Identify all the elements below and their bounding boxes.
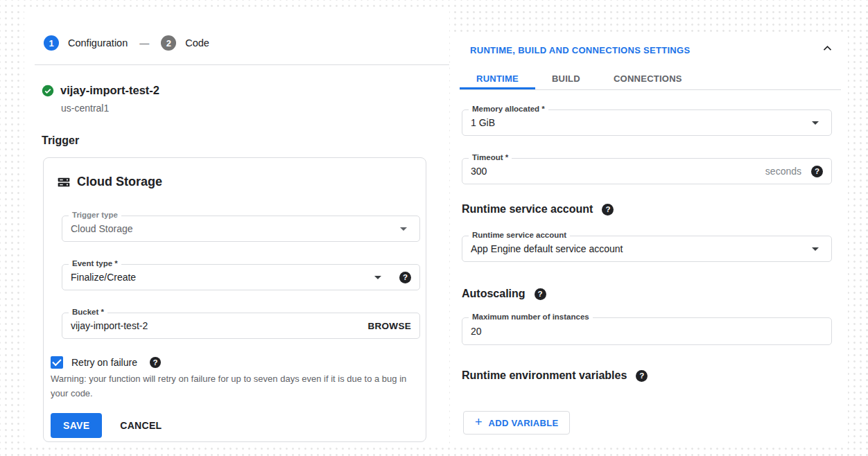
runtime-service-account-select[interactable]: Runtime service account App Engine defau… <box>462 236 832 262</box>
retry-on-failure-row: Retry on failure ? <box>51 356 161 369</box>
retry-checkbox[interactable] <box>51 356 63 369</box>
env-vars-heading: Runtime environment variables <box>462 369 627 382</box>
trigger-heading: Trigger <box>42 134 79 147</box>
arrow-drop-down-icon[interactable] <box>374 276 381 279</box>
settings-section-header[interactable]: RUNTIME, BUILD AND CONNECTIONS SETTINGS <box>470 45 690 55</box>
stepper-divider <box>35 64 449 65</box>
function-name-row: vijay-import-test-2 <box>42 84 159 97</box>
function-name: vijay-import-test-2 <box>60 84 159 97</box>
max-instances-value[interactable]: 20 <box>471 326 823 337</box>
function-region: us-central1 <box>61 103 109 114</box>
runtime-service-account-label: Runtime service account <box>469 231 570 239</box>
runtime-service-account-value: App Engine default service account <box>471 243 808 254</box>
step-2-label[interactable]: Code <box>185 37 209 49</box>
env-vars-heading-row: Runtime environment variables ? <box>462 369 648 382</box>
help-icon[interactable]: ? <box>150 357 161 368</box>
runtime-service-account-heading-row: Runtime service account ? <box>462 203 614 216</box>
timeout-label: Timeout * <box>469 153 512 161</box>
trigger-type-label: Trigger type <box>69 211 121 219</box>
timeout-field[interactable]: Timeout * 300 seconds ? <box>462 158 832 184</box>
settings-tabbar: RUNTIME BUILD CONNECTIONS <box>460 70 841 90</box>
trigger-actions: SAVE CANCEL <box>51 413 162 438</box>
help-icon[interactable]: ? <box>636 370 648 382</box>
max-instances-field[interactable]: Maximum number of instances 20 <box>462 317 832 345</box>
event-type-select[interactable]: Event type * Finalize/Create ? <box>62 264 420 290</box>
trigger-card: Cloud Storage Trigger type Cloud Storage… <box>43 157 426 442</box>
plus-icon: + <box>475 416 483 428</box>
max-instances-label: Maximum number of instances <box>469 313 593 321</box>
trigger-card-title: Cloud Storage <box>57 175 162 189</box>
step-separator: — <box>139 37 149 49</box>
bucket-field[interactable]: Bucket * vijay-import-test-2 BROWSE <box>62 313 420 339</box>
timeout-value[interactable]: 300 <box>471 166 765 177</box>
retry-warning-text: Warning: your function will retry on fai… <box>51 372 417 401</box>
add-variable-button[interactable]: + ADD VARIABLE <box>463 411 570 435</box>
cloud-storage-icon <box>57 175 71 189</box>
check-circle-icon <box>42 85 54 97</box>
help-icon[interactable]: ? <box>811 166 823 177</box>
browse-button[interactable]: BROWSE <box>367 321 411 331</box>
timeout-unit-suffix: seconds <box>765 166 801 177</box>
event-type-value: Finalize/Create <box>71 272 370 283</box>
tab-build[interactable]: BUILD <box>535 70 597 89</box>
trigger-type-value: Cloud Storage <box>71 223 396 234</box>
help-icon[interactable]: ? <box>602 204 614 216</box>
autoscaling-heading: Autoscaling <box>462 288 526 300</box>
help-icon[interactable]: ? <box>535 288 546 300</box>
chevron-up-icon[interactable] <box>822 44 833 52</box>
stepper: 1 Configuration — 2 Code <box>44 35 209 51</box>
arrow-drop-down-icon[interactable] <box>812 121 819 125</box>
bucket-label: Bucket * <box>69 308 107 316</box>
trigger-card-title-text: Cloud Storage <box>77 175 162 189</box>
bucket-value[interactable]: vijay-import-test-2 <box>71 320 367 331</box>
cancel-button[interactable]: CANCEL <box>120 420 162 431</box>
arrow-drop-down-icon[interactable] <box>400 227 407 231</box>
save-button[interactable]: SAVE <box>51 413 102 438</box>
trigger-type-select[interactable]: Trigger type Cloud Storage <box>62 216 420 242</box>
autoscaling-heading-row: Autoscaling ? <box>462 288 546 300</box>
tab-connections[interactable]: CONNECTIONS <box>597 70 699 89</box>
runtime-settings-panel: RUNTIME, BUILD AND CONNECTIONS SETTINGS … <box>454 33 848 446</box>
memory-allocated-select[interactable]: Memory allocated * 1 GiB <box>462 109 832 136</box>
configuration-panel: 1 Configuration — 2 Code vijay-import-te… <box>24 10 449 446</box>
event-type-label: Event type * <box>69 259 121 268</box>
add-variable-label: ADD VARIABLE <box>489 418 559 428</box>
tab-runtime[interactable]: RUNTIME <box>460 70 535 89</box>
step-1-indicator[interactable]: 1 <box>44 35 59 51</box>
help-icon[interactable]: ? <box>399 272 411 283</box>
step-1-label[interactable]: Configuration <box>68 37 128 49</box>
memory-allocated-label: Memory allocated * <box>469 105 548 113</box>
runtime-service-account-heading: Runtime service account <box>462 203 593 216</box>
memory-allocated-value: 1 GiB <box>471 117 808 128</box>
retry-label[interactable]: Retry on failure <box>71 357 137 368</box>
arrow-drop-down-icon[interactable] <box>812 247 819 251</box>
step-2-indicator[interactable]: 2 <box>161 35 176 51</box>
